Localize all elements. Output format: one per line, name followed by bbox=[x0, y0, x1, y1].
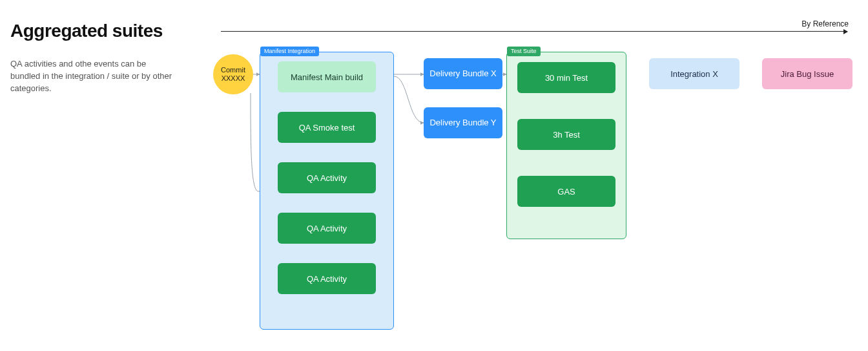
card-qa-smoke-test: QA Smoke test bbox=[278, 112, 376, 143]
card-delivery-bundle-x: Delivery Bundle X bbox=[424, 58, 502, 89]
group-label-manifest: Manifest Integration bbox=[260, 47, 319, 56]
card-qa-activity-3: QA Activity bbox=[278, 263, 376, 294]
card-30min-test: 30 min Test bbox=[517, 62, 615, 93]
card-gas: GAS bbox=[517, 176, 615, 207]
card-integration-x: Integration X bbox=[649, 58, 739, 89]
card-3h-test: 3h Test bbox=[517, 119, 615, 150]
commit-label: CommitXXXXX bbox=[221, 66, 245, 83]
card-manifest-main-build: Manifest Main build bbox=[278, 61, 376, 92]
group-label-suite: Test Suite bbox=[507, 47, 541, 56]
commit-node: CommitXXXXX bbox=[213, 54, 253, 94]
card-delivery-bundle-y: Delivery Bundle Y bbox=[424, 107, 502, 138]
card-qa-activity-2: QA Activity bbox=[278, 213, 376, 244]
card-qa-activity-1: QA Activity bbox=[278, 162, 376, 193]
diagram-canvas: CommitXXXXX Manifest Integration Test Su… bbox=[0, 0, 868, 351]
connectors bbox=[0, 0, 868, 351]
card-jira-bug-issue: Jira Bug Issue bbox=[762, 58, 852, 89]
